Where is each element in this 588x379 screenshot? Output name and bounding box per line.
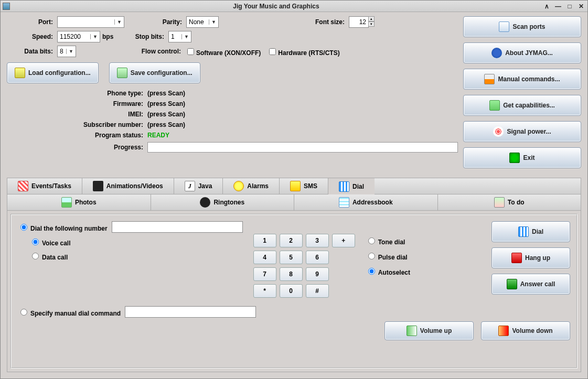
port-label: Port:: [7, 18, 55, 26]
alarm-icon: [233, 181, 244, 191]
parity-label: Parity:: [126, 18, 184, 26]
data-call-radio[interactable]: Data call: [29, 251, 68, 261]
key-2[interactable]: 2: [280, 234, 303, 247]
load-config-button[interactable]: Load configuration...: [7, 62, 99, 83]
titlebar: Jig Your Music and Graphics ∧ — □ ✕: [1, 1, 587, 12]
tab-ringtones[interactable]: Ringtones: [151, 194, 295, 210]
dial-number-radio[interactable]: Dial the following number: [18, 222, 108, 232]
key-6[interactable]: 6: [306, 251, 329, 264]
addressbook-icon: [339, 197, 349, 208]
key-0[interactable]: 0: [280, 284, 303, 298]
voice-call-radio[interactable]: Voice call: [29, 237, 70, 247]
events-icon: [18, 181, 28, 191]
scan-ports-button[interactable]: Scan ports: [463, 16, 581, 37]
fontsize-label: Font size:: [221, 18, 347, 26]
minimize-button[interactable]: —: [554, 3, 562, 10]
close-button[interactable]: ✕: [577, 3, 585, 10]
tab-java[interactable]: JJava: [174, 178, 223, 194]
volume-up-button[interactable]: Volume up: [384, 321, 474, 340]
ringtones-icon: [200, 197, 210, 208]
databits-label: Data bits:: [7, 48, 55, 55]
phonetype-value: (press Scan): [147, 90, 458, 97]
get-capabilities-button[interactable]: Get capabilities...: [463, 95, 581, 116]
tab-animations[interactable]: Animations/Videos: [82, 178, 174, 194]
key-1[interactable]: 1: [253, 234, 276, 247]
key-9[interactable]: 9: [306, 267, 329, 281]
answer-button[interactable]: Answer call: [491, 274, 570, 295]
imei-value: (press Scan): [147, 111, 458, 118]
save-config-button[interactable]: Save configuration...: [109, 62, 200, 83]
manual-commands-button[interactable]: Manual commands...: [463, 69, 581, 90]
fontsize-spinner[interactable]: ▴▾: [368, 16, 375, 28]
save-icon: [117, 68, 127, 78]
tab-events[interactable]: Events/Tasks: [7, 178, 82, 194]
maximize-button[interactable]: □: [565, 3, 574, 10]
pulse-dial-radio[interactable]: Pulse dial: [366, 251, 410, 261]
progress-label: Progress:: [7, 144, 143, 151]
keypad: 1 2 3 + 4 5 6 7 8 9 *: [253, 234, 355, 298]
tab-panel: Events/Tasks Animations/Videos JJava Ala…: [7, 178, 581, 372]
about-icon: [491, 48, 502, 58]
app-window: Jig Your Music and Graphics ∧ — □ ✕ Port…: [0, 0, 588, 379]
tone-dial-radio[interactable]: Tone dial: [366, 236, 410, 246]
flow-label: Flow control:: [78, 48, 183, 55]
firmware-value: (press Scan): [147, 100, 458, 107]
dial-icon: [518, 226, 529, 237]
flow-hardware-checkbox[interactable]: Hardware (RTS/CTS): [267, 47, 339, 57]
imei-label: IMEI:: [7, 111, 143, 118]
port-select[interactable]: ▼: [57, 16, 124, 28]
exit-icon: [509, 153, 520, 163]
volume-up-icon: [407, 326, 417, 336]
key-hash[interactable]: #: [306, 284, 329, 298]
animations-icon: [93, 181, 103, 191]
key-5[interactable]: 5: [280, 251, 303, 264]
rollup-button[interactable]: ∧: [542, 3, 551, 10]
fontsize-field[interactable]: 12: [349, 16, 369, 28]
autoselect-radio[interactable]: Autoselect: [366, 266, 410, 276]
subscriber-value: (press Scan): [147, 121, 458, 128]
volume-down-button[interactable]: Volume down: [481, 321, 570, 340]
dial-panel: Dial the following number Voice call Dat…: [10, 214, 578, 369]
manual-dial-radio[interactable]: Specify manual dial command: [18, 307, 121, 317]
databits-select[interactable]: 8▼: [57, 46, 76, 57]
key-star[interactable]: *: [253, 284, 276, 298]
progress-bar: [147, 142, 458, 153]
signal-power-button[interactable]: Signal power...: [463, 121, 581, 142]
manual-dial-input[interactable]: [125, 306, 256, 318]
tab-sms[interactable]: SMS: [280, 178, 328, 194]
load-icon: [15, 68, 25, 78]
volume-down-icon: [498, 326, 509, 336]
tab-alarms[interactable]: Alarms: [223, 178, 280, 194]
key-8[interactable]: 8: [280, 267, 303, 281]
hangup-icon: [511, 253, 522, 263]
photos-icon: [61, 197, 72, 208]
tab-todo[interactable]: To do: [438, 194, 581, 210]
dial-button[interactable]: Dial: [491, 221, 570, 242]
about-button[interactable]: About JYMAG...: [463, 42, 581, 63]
speed-select[interactable]: 115200▼: [57, 31, 100, 42]
java-icon: J: [185, 181, 195, 191]
subscriber-label: Subscriber number:: [7, 121, 143, 128]
dial-tab-icon: [339, 181, 349, 192]
status-label: Program status:: [7, 132, 143, 139]
stopbits-label: Stop bits:: [121, 33, 166, 40]
phonetype-label: Phone type:: [7, 90, 143, 97]
exit-button[interactable]: Exit: [463, 147, 581, 168]
answer-icon: [507, 279, 517, 289]
hangup-button[interactable]: Hang up: [491, 247, 570, 268]
sms-icon: [290, 181, 301, 191]
stopbits-select[interactable]: 1▼: [168, 31, 191, 42]
key-3[interactable]: 3: [306, 234, 329, 247]
key-plus[interactable]: +: [332, 234, 355, 247]
tab-photos[interactable]: Photos: [7, 194, 151, 210]
key-4[interactable]: 4: [253, 251, 276, 264]
signal-icon: [493, 126, 504, 137]
parity-select[interactable]: None▼: [186, 16, 219, 28]
scan-icon: [499, 21, 509, 32]
dial-number-input[interactable]: [112, 221, 243, 233]
key-7[interactable]: 7: [253, 267, 276, 281]
content-area: Port: ▼ Parity: None▼ Font size: 12▴▾ Sp…: [1, 12, 587, 378]
tab-addressbook[interactable]: Addressbook: [294, 194, 438, 210]
tab-dial[interactable]: Dial: [328, 179, 375, 194]
flow-software-checkbox[interactable]: Software (XON/XOFF): [185, 47, 261, 57]
